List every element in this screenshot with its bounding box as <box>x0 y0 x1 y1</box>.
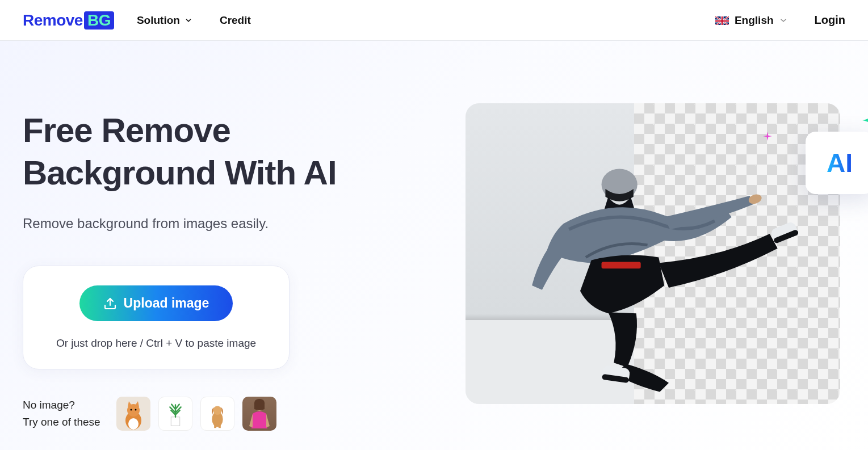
sample-plant[interactable] <box>158 397 192 431</box>
nav-solution[interactable]: Solution <box>137 14 192 27</box>
ai-badge-label: AI <box>827 148 853 178</box>
hero-right: AI <box>466 109 845 431</box>
no-image-line1: No image? <box>23 399 75 411</box>
upload-button-label: Upload image <box>124 296 209 311</box>
upload-icon <box>103 297 117 310</box>
drop-hint: Or just drop here / Ctrl + V to paste im… <box>46 337 266 350</box>
hero-title-line2: Background With AI <box>23 154 337 192</box>
logo[interactable]: Remove BG <box>23 11 114 30</box>
hero-title: Free Remove Background With AI <box>23 109 431 194</box>
header-right: English Login <box>715 14 845 27</box>
hero-subtitle: Remove background from images easily. <box>23 216 431 232</box>
language-label: English <box>735 14 774 27</box>
header: Remove BG Solution Credit English <box>0 0 868 41</box>
svg-rect-7 <box>171 417 179 426</box>
nav-solution-label: Solution <box>137 14 180 27</box>
nav-credit-label: Credit <box>220 14 251 27</box>
nav-credit[interactable]: Credit <box>220 14 251 27</box>
sample-dog[interactable] <box>200 397 234 431</box>
ai-badge: AI <box>806 132 868 194</box>
chevron-down-icon <box>779 16 787 24</box>
upload-card[interactable]: Upload image Or just drop here / Ctrl + … <box>23 266 290 369</box>
language-selector[interactable]: English <box>715 14 787 27</box>
no-image-line2: Try one of these <box>23 416 100 428</box>
logo-box: BG <box>84 11 114 30</box>
sparkle-green-icon <box>862 106 868 134</box>
hero-left: Free Remove Background With AI Remove ba… <box>23 109 431 431</box>
sample-woman[interactable] <box>242 397 276 431</box>
svg-point-6 <box>135 409 136 411</box>
hero-title-line1: Free Remove <box>23 111 230 149</box>
logo-prefix: Remove <box>23 11 83 30</box>
svg-rect-10 <box>214 423 216 428</box>
svg-point-9 <box>213 406 221 415</box>
no-image-row: No image? Try one of these <box>23 397 431 431</box>
svg-rect-15 <box>601 262 640 269</box>
demo-image <box>466 103 840 404</box>
sample-images <box>116 397 276 431</box>
uk-flag-icon <box>715 16 729 25</box>
login-link[interactable]: Login <box>815 14 845 27</box>
svg-rect-11 <box>219 423 221 428</box>
nav: Solution Credit <box>137 14 251 27</box>
svg-point-5 <box>130 409 132 411</box>
sparkle-pink-icon <box>763 132 772 141</box>
svg-point-4 <box>128 418 139 430</box>
chevron-down-icon <box>184 16 192 24</box>
upload-button[interactable]: Upload image <box>79 285 233 321</box>
hero: Free Remove Background With AI Remove ba… <box>0 41 868 450</box>
demo-person <box>488 145 818 392</box>
no-image-text: No image? Try one of these <box>23 397 100 431</box>
sample-cat[interactable] <box>116 397 150 431</box>
